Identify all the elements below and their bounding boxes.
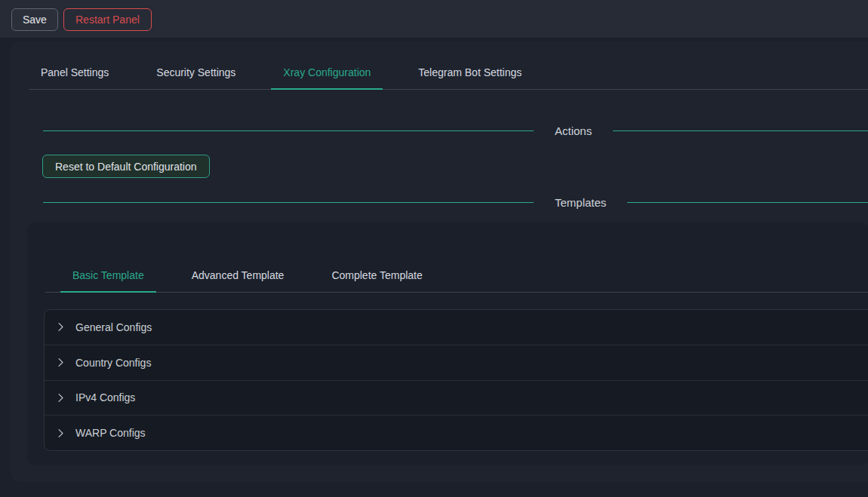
- templates-card: Basic Template Advanced Template Complet…: [27, 222, 868, 465]
- collapse-panel-label: IPv4 Configs: [75, 391, 135, 403]
- top-toolbar: Save Restart Panel: [0, 0, 868, 38]
- tab-complete-template[interactable]: Complete Template: [319, 258, 434, 292]
- collapse-panel-general-configs[interactable]: General Configs: [45, 310, 868, 345]
- tab-telegram-bot-settings[interactable]: Telegram Bot Settings: [406, 56, 534, 89]
- settings-card: Panel Settings Security Settings Xray Co…: [11, 41, 868, 482]
- divider-line: [43, 130, 534, 131]
- divider-line: [43, 202, 534, 203]
- collapse-panel-ipv4-configs[interactable]: IPv4 Configs: [45, 380, 868, 416]
- actions-divider-label: Actions: [555, 124, 592, 137]
- templates-divider-label: Templates: [555, 196, 606, 209]
- settings-tab-bar: Panel Settings Security Settings Xray Co…: [29, 56, 868, 90]
- tab-advanced-template[interactable]: Advanced Template: [180, 258, 297, 292]
- save-button[interactable]: Save: [11, 8, 58, 31]
- actions-section-divider: Actions: [43, 123, 868, 138]
- collapse-panel-label: Country Configs: [75, 357, 151, 369]
- restart-panel-button[interactable]: Restart Panel: [63, 8, 152, 31]
- collapse-panel-country-configs[interactable]: Country Configs: [45, 345, 868, 380]
- tab-security-settings[interactable]: Security Settings: [144, 56, 248, 89]
- template-tab-bar: Basic Template Advanced Template Complet…: [45, 258, 868, 293]
- templates-section-divider: Templates: [43, 195, 868, 210]
- chevron-right-icon: [55, 322, 66, 333]
- collapse-panel-label: WARP Configs: [75, 427, 146, 439]
- divider-line: [627, 202, 868, 203]
- collapse-panel-warp-configs[interactable]: WARP Configs: [45, 415, 868, 450]
- config-collapse-list: General Configs Country Configs IPv4 Con…: [44, 309, 868, 451]
- tab-xray-configuration[interactable]: Xray Configuration: [271, 56, 383, 89]
- chevron-right-icon: [55, 392, 66, 403]
- collapse-panel-label: General Configs: [75, 321, 152, 333]
- tab-panel-settings[interactable]: Panel Settings: [29, 56, 121, 89]
- reset-default-config-button[interactable]: Reset to Default Configuration: [42, 155, 210, 178]
- tab-basic-template[interactable]: Basic Template: [60, 258, 156, 292]
- app-window: Save Restart Panel Panel Settings Securi…: [0, 0, 868, 497]
- divider-line: [613, 130, 868, 131]
- chevron-right-icon: [55, 357, 66, 368]
- chevron-right-icon: [55, 428, 66, 438]
